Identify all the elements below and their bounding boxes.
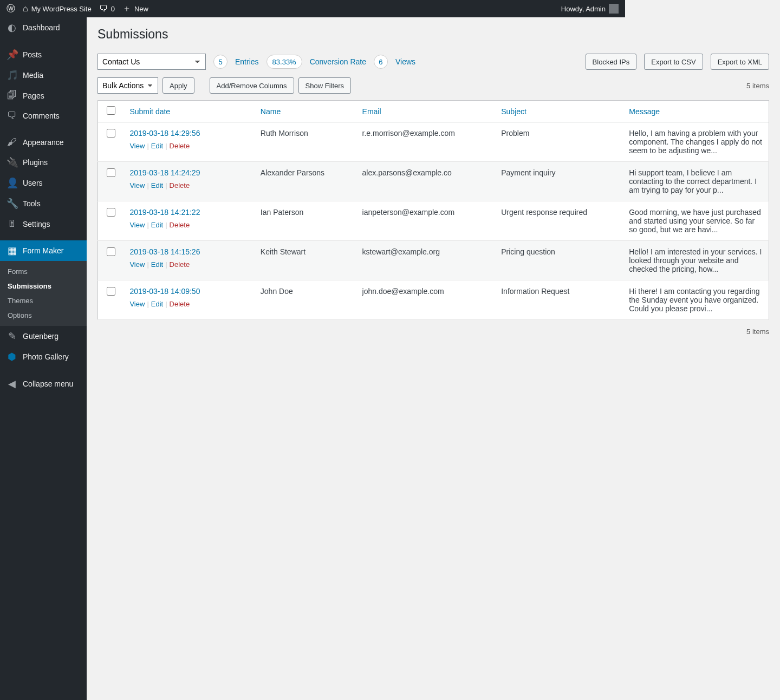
cell-subject: Pricing question [496, 241, 623, 280]
menu-appearance[interactable]: 🖌Appearance [0, 132, 87, 152]
submenu-forms[interactable]: Forms [0, 264, 87, 279]
page-title: Submissions [98, 27, 625, 42]
col-message[interactable]: Message [623, 101, 625, 122]
cell-message: Good morning, we have just purchased and… [623, 201, 625, 241]
menu-dashboard[interactable]: ◐Dashboard [0, 17, 87, 38]
col-name[interactable]: Name [255, 101, 357, 122]
submenu-options[interactable]: Options [0, 308, 87, 323]
row-checkbox[interactable] [107, 129, 115, 138]
howdy-link[interactable]: Howdy, Admin [561, 4, 619, 14]
gallery-icon: ⬢ [6, 351, 17, 363]
view-link[interactable]: View [129, 300, 145, 308]
cell-email: kstewart@example.org [357, 241, 496, 280]
edit-link[interactable]: Edit [151, 142, 163, 150]
cell-name: Alexander Parsons [255, 162, 357, 201]
table-row: 2019-03-18 14:29:56View|Edit|DeleteRuth … [98, 122, 626, 162]
menu-comments[interactable]: 🗨Comments [0, 106, 87, 126]
row-checkbox[interactable] [107, 287, 115, 296]
submit-date-link[interactable]: 2019-03-18 14:09:50 [129, 287, 200, 296]
wrench-icon: 🔧 [6, 198, 17, 210]
cell-name: Ruth Morrison [255, 122, 357, 162]
view-link[interactable]: View [129, 260, 145, 269]
submit-date-link[interactable]: 2019-03-18 14:21:22 [129, 208, 200, 217]
delete-link[interactable]: Delete [170, 260, 190, 269]
filters-button[interactable]: Show Filters [298, 77, 352, 94]
view-link[interactable]: View [129, 181, 145, 189]
view-link[interactable]: View [129, 221, 145, 229]
site-name: My WordPress Site [31, 5, 92, 13]
howdy-label: Howdy, Admin [561, 5, 606, 13]
menu-tools[interactable]: 🔧Tools [0, 193, 87, 214]
col-date[interactable]: Submit date [124, 101, 255, 122]
form-select[interactable]: Contact Us [98, 54, 206, 70]
gutenberg-icon: ✎ [6, 330, 17, 342]
menu-settings[interactable]: 🎚Settings [0, 214, 87, 234]
views-label[interactable]: Views [395, 57, 415, 66]
conversion-label[interactable]: Conversion Rate [310, 57, 366, 66]
menu-collapse[interactable]: ◀Collapse menu [0, 374, 87, 394]
comments-link[interactable]: 🗨0 [99, 4, 115, 14]
row-checkbox[interactable] [107, 168, 115, 177]
menu-photo-gallery[interactable]: ⬢Photo Gallery [0, 346, 87, 367]
menu-media[interactable]: 🎵Media [0, 65, 87, 86]
menu-pages[interactable]: 🗐Pages [0, 86, 87, 106]
row-checkbox[interactable] [107, 247, 115, 256]
comment-icon: 🗨 [99, 4, 108, 14]
cell-email: john.doe@example.com [357, 280, 496, 320]
user-icon: 👤 [6, 177, 17, 189]
cell-name: Ian Paterson [255, 201, 357, 241]
submit-date-link[interactable]: 2019-03-18 14:29:56 [129, 129, 200, 138]
row-checkbox[interactable] [107, 208, 115, 217]
home-icon: ⌂ [23, 4, 28, 14]
menu-posts[interactable]: 📌Posts [0, 44, 87, 65]
table-row: 2019-03-18 14:24:29View|Edit|DeleteAlexa… [98, 162, 626, 201]
pages-icon: 🗐 [6, 90, 17, 101]
table-row: 2019-03-18 14:09:50View|Edit|DeleteJohn … [98, 280, 626, 320]
cell-subject: Urgent response required [496, 201, 623, 241]
views-count: 6 [374, 55, 388, 69]
new-content-link[interactable]: ＋New [122, 3, 148, 15]
col-subject[interactable]: Subject [496, 101, 623, 122]
cell-subject: Payment inquiry [496, 162, 623, 201]
edit-link[interactable]: Edit [151, 221, 163, 229]
entries-count: 5 [213, 55, 227, 69]
wp-logo[interactable]: ⓦ [6, 3, 15, 15]
dashboard-icon: ◐ [6, 22, 17, 34]
delete-link[interactable]: Delete [170, 142, 190, 150]
cell-email: ianpeterson@example.com [357, 201, 496, 241]
menu-plugins[interactable]: 🔌Plugins [0, 152, 87, 173]
cell-name: Keith Stewart [255, 241, 357, 280]
plus-icon: ＋ [122, 3, 131, 15]
menu-form-maker[interactable]: ▦Form Maker [0, 240, 87, 261]
collapse-icon: ◀ [6, 378, 17, 390]
delete-link[interactable]: Delete [170, 300, 190, 308]
form-icon: ▦ [6, 245, 17, 257]
blocked-ips-button[interactable]: Blocked IPs [586, 54, 625, 70]
submenu-themes[interactable]: Themes [0, 293, 87, 308]
cell-message: Hi support team, I believe I am contacti… [623, 162, 625, 201]
apply-button[interactable]: Apply [162, 77, 194, 94]
form-maker-submenu: Forms Submissions Themes Options [0, 261, 87, 326]
cell-email: alex.parsons@example.co [357, 162, 496, 201]
site-name-link[interactable]: ⌂My WordPress Site [23, 4, 92, 14]
menu-gutenberg[interactable]: ✎Gutenberg [0, 326, 87, 346]
delete-link[interactable]: Delete [170, 181, 190, 189]
submit-date-link[interactable]: 2019-03-18 14:15:26 [129, 247, 200, 256]
edit-link[interactable]: Edit [151, 181, 163, 189]
menu-users[interactable]: 👤Users [0, 173, 87, 193]
view-link[interactable]: View [129, 142, 145, 150]
entries-label[interactable]: Entries [235, 57, 259, 66]
plug-icon: 🔌 [6, 156, 17, 168]
col-email[interactable]: Email [357, 101, 496, 122]
submenu-submissions[interactable]: Submissions [0, 279, 87, 293]
columns-button[interactable]: Add/Remove Columns [210, 77, 294, 94]
edit-link[interactable]: Edit [151, 300, 163, 308]
delete-link[interactable]: Delete [170, 221, 190, 229]
cell-message: Hello, I am having a problem with your c… [623, 122, 625, 162]
bulk-actions-select[interactable]: Bulk Actions [98, 77, 158, 94]
edit-link[interactable]: Edit [151, 260, 163, 269]
cell-email: r.e.morrison@example.com [357, 122, 496, 162]
select-all-checkbox[interactable] [107, 106, 115, 115]
submit-date-link[interactable]: 2019-03-18 14:24:29 [129, 168, 200, 177]
cell-message: Hello! I am interested in your services.… [623, 241, 625, 280]
